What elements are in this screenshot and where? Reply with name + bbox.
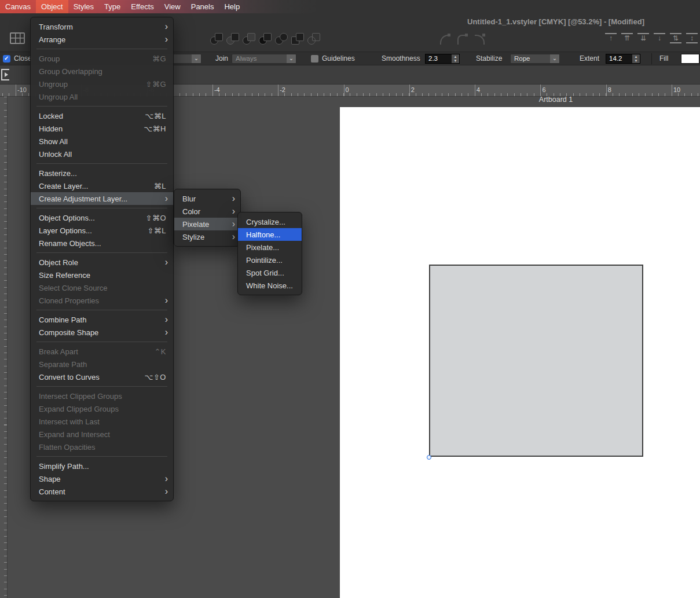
menu-item-hidden[interactable]: Hidden⌥⌘H: [31, 122, 173, 135]
menu-item-label: Combine Path: [39, 315, 166, 324]
intersect-shapes-icon[interactable]: [259, 33, 272, 45]
menu-item-expand-and-intersect[interactable]: Expand and Intersect: [31, 428, 173, 441]
menu-item-size-reference[interactable]: Size Reference: [31, 269, 173, 281]
swap-order-icon[interactable]: [670, 33, 681, 43]
subtract-shapes-icon[interactable]: [243, 33, 255, 45]
menubar-item-help[interactable]: Help: [219, 0, 245, 13]
stepper-up-icon[interactable]: ▲: [635, 55, 638, 59]
join-mode-dropdown[interactable]: Always ⌄: [232, 54, 296, 64]
menu-item-cloned-properties[interactable]: Cloned Properties›: [31, 294, 173, 307]
effect-item-pixelate[interactable]: Pixelate...: [238, 241, 302, 254]
menu-item-convert-to-curves[interactable]: Convert to Curves⌥⇧O: [31, 370, 173, 383]
ruler-unit-label: 6: [542, 86, 545, 93]
close-path-checkbox[interactable]: [3, 55, 10, 63]
menu-item-expand-clipped-groups[interactable]: Expand Clipped Groups: [31, 402, 173, 415]
add-shapes-icon[interactable]: [226, 33, 239, 45]
menu-item-unlock-all[interactable]: Unlock All: [31, 148, 173, 160]
stepper-up-icon[interactable]: ▲: [454, 55, 457, 59]
bring-forward-icon[interactable]: [621, 33, 633, 43]
send-backward-icon[interactable]: [637, 33, 649, 43]
menubar-item-styles[interactable]: Styles: [68, 0, 99, 13]
effect-item-pointilize[interactable]: Pointilize...: [238, 254, 302, 266]
menu-item-flatten-opacities[interactable]: Flatten Opacities: [31, 441, 173, 453]
outline-shapes-icon[interactable]: [307, 33, 320, 45]
fill-color-swatch[interactable]: [681, 54, 699, 64]
join-mode-value: Always: [232, 54, 287, 63]
menubar-item-canvas[interactable]: Canvas: [0, 0, 36, 13]
menu-item-intersect-clipped-groups[interactable]: Intersect Clipped Groups: [31, 390, 173, 402]
round-corner-icon[interactable]: [438, 32, 451, 45]
stabilize-dropdown[interactable]: Rope ⌄: [510, 54, 560, 64]
menu-item-separate-path[interactable]: Separate Path: [31, 358, 173, 370]
menu-item-simplify-path[interactable]: Simplify Path...: [31, 460, 173, 472]
menu-item-object-role[interactable]: Object Role›: [31, 256, 173, 269]
menu-item-select-clone-source[interactable]: Select Clone Source: [31, 281, 173, 294]
menubar-item-object[interactable]: Object: [36, 0, 68, 13]
stepper-arrows-icon[interactable]: ▲▼: [452, 54, 459, 63]
menu-separator: [36, 342, 167, 342]
menu-item-create-layer[interactable]: Create Layer...⌘L: [31, 179, 173, 192]
menu-separator: [36, 252, 167, 253]
menubar-item-panels[interactable]: Panels: [186, 0, 219, 13]
menu-item-show-all[interactable]: Show All: [31, 135, 173, 148]
menu-item-group[interactable]: Group⌘G: [31, 52, 173, 65]
menu-item-intersect-with-last[interactable]: Intersect with Last: [31, 415, 173, 428]
merge-shapes-icon[interactable]: [210, 33, 223, 45]
stepper-down-icon[interactable]: ▼: [635, 59, 638, 63]
menu-separator: [36, 106, 167, 107]
effect-item-crystalize[interactable]: Crystalize...: [238, 215, 302, 228]
menu-item-group-overlapping[interactable]: Group Overlapping: [31, 65, 173, 78]
menu-item-label: Crystalize...: [246, 218, 295, 226]
menu-item-rename-objects[interactable]: Rename Objects...: [31, 237, 173, 250]
smoothness-field[interactable]: 2.3 ▲▼: [425, 54, 460, 64]
artboard[interactable]: [340, 107, 700, 598]
divide-shapes-icon[interactable]: [291, 33, 304, 45]
guidelines-checkbox[interactable]: [311, 55, 318, 63]
spiral-corner-icon[interactable]: [456, 32, 468, 45]
menu-item-ungroup[interactable]: Ungroup⇧⌘G: [31, 78, 173, 90]
exclude-shapes-icon[interactable]: [275, 33, 288, 45]
effect-item-white-noise[interactable]: White Noise...: [238, 279, 302, 292]
send-to-back-icon[interactable]: [654, 33, 665, 43]
stepper-down-icon[interactable]: ▼: [454, 59, 457, 63]
menu-item-composite-shape[interactable]: Composite Shape›: [31, 326, 173, 339]
distribute-vertical-icon[interactable]: [686, 33, 698, 43]
menu-separator: [36, 386, 167, 387]
menu-item-label: Group: [39, 54, 142, 63]
menu-item-rasterize[interactable]: Rasterize...: [31, 167, 173, 179]
menu-item-object-options[interactable]: Object Options...⇧⌘O: [31, 211, 173, 224]
submenu-item-pixelate[interactable]: Pixelate›: [174, 218, 240, 230]
menu-item-layer-options[interactable]: Layer Options...⇧⌘L: [31, 224, 173, 237]
layout-grid-icon[interactable]: [10, 32, 25, 44]
submenu-item-stylize[interactable]: Stylize›: [174, 230, 240, 243]
menubar-item-effects[interactable]: Effects: [126, 0, 159, 13]
menu-item-locked[interactable]: Locked⌥⌘L: [31, 109, 173, 122]
extent-field[interactable]: 14.2 ▲▼: [606, 54, 640, 64]
menu-item-shape[interactable]: Shape›: [31, 472, 173, 485]
ruler-major-tick: [212, 85, 213, 96]
menubar-item-type[interactable]: Type: [99, 0, 126, 13]
menu-item-combine-path[interactable]: Combine Path›: [31, 313, 173, 326]
ruler-unit-label: 0: [346, 86, 349, 93]
menu-item-transform[interactable]: Transform›: [31, 20, 173, 33]
selected-rectangle-shape[interactable]: [429, 265, 643, 457]
menu-item-ungroup-all[interactable]: Ungroup All: [31, 90, 173, 103]
menu-item-arrange[interactable]: Arrange›: [31, 33, 173, 46]
anchor-point-handle[interactable]: [427, 455, 431, 460]
menu-item-break-apart[interactable]: Break Apart⌃K: [31, 345, 173, 358]
mirrored-corner-icon[interactable]: [473, 32, 486, 45]
ruler-major-tick: [540, 85, 541, 96]
effect-item-halftone[interactable]: Halftone...: [238, 228, 302, 241]
artboard-label[interactable]: Artboard 1: [510, 96, 602, 104]
menubar-item-view[interactable]: View: [159, 0, 186, 13]
stepper-arrows-icon[interactable]: ▲▼: [632, 54, 640, 63]
menu-item-label: Select Clone Source: [39, 284, 166, 292]
bring-to-front-icon[interactable]: [605, 33, 617, 43]
vertical-ruler[interactable]: [0, 97, 8, 598]
submenu-item-color[interactable]: Color›: [174, 205, 240, 218]
effect-item-spot-grid[interactable]: Spot Grid...: [238, 266, 302, 279]
submenu-item-blur[interactable]: Blur›: [174, 192, 240, 205]
collapsed-panel-icon[interactable]: [1, 69, 9, 80]
menu-item-create-adjustment-layer[interactable]: Create Adjustment Layer...›: [31, 192, 173, 205]
menu-item-content[interactable]: Content›: [31, 485, 173, 498]
